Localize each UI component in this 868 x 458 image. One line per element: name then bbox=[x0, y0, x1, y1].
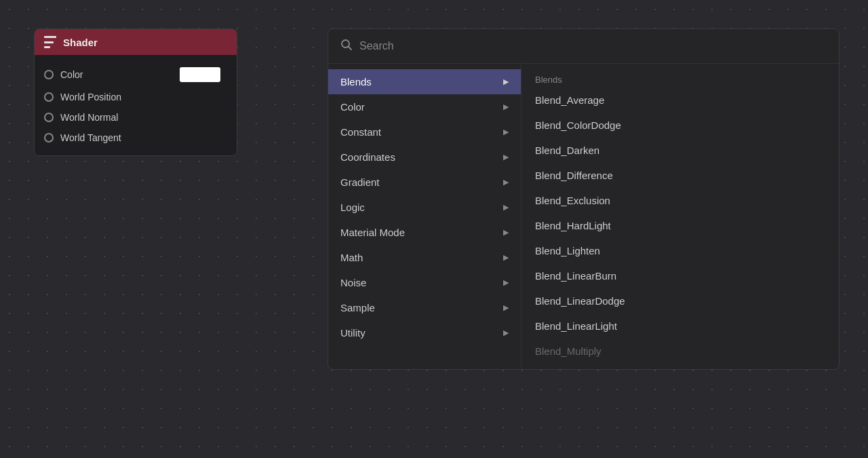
search-panel: Blends ▶ Color ▶ Constant ▶ Coordinates … bbox=[328, 28, 840, 370]
category-material-mode-label: Material Mode bbox=[340, 227, 405, 238]
list-item[interactable]: Blend_Multiply bbox=[521, 339, 839, 364]
shader-node-title: Shader bbox=[63, 37, 98, 48]
search-columns: Blends ▶ Color ▶ Constant ▶ Coordinates … bbox=[328, 64, 839, 369]
label-world-position: World Position bbox=[60, 92, 121, 102]
category-logic-label: Logic bbox=[340, 202, 365, 213]
shader-icon bbox=[44, 36, 56, 48]
category-sample-label: Sample bbox=[340, 302, 375, 313]
category-color[interactable]: Color ▶ bbox=[328, 94, 521, 119]
chevron-math-icon: ▶ bbox=[503, 253, 509, 262]
category-utility[interactable]: Utility ▶ bbox=[328, 320, 521, 345]
category-utility-label: Utility bbox=[340, 327, 366, 339]
category-gradient-label: Gradient bbox=[340, 176, 380, 188]
node-row-world-normal: World Normal bbox=[44, 108, 227, 127]
search-icon bbox=[340, 39, 353, 54]
category-blends-label: Blends bbox=[340, 76, 372, 88]
label-world-tangent: World Tangent bbox=[60, 132, 121, 143]
node-row-world-position: World Position bbox=[44, 88, 227, 107]
chevron-blends-icon: ▶ bbox=[503, 77, 509, 86]
category-constant-label: Constant bbox=[340, 126, 381, 138]
socket-world-position bbox=[44, 92, 54, 102]
chevron-noise-icon: ▶ bbox=[503, 278, 509, 287]
list-item[interactable]: Blend_Exclusion bbox=[521, 188, 839, 213]
list-item[interactable]: Blend_Lighten bbox=[521, 238, 839, 263]
socket-color bbox=[44, 70, 54, 79]
chevron-utility-icon: ▶ bbox=[503, 328, 509, 337]
shader-node-body: Color World Position World Normal World … bbox=[35, 55, 237, 155]
blend-section-header: Blends bbox=[521, 69, 839, 88]
category-math-label: Math bbox=[340, 252, 363, 263]
list-item[interactable]: Blend_LinearLight bbox=[521, 313, 839, 339]
category-logic[interactable]: Logic ▶ bbox=[328, 195, 521, 220]
chevron-constant-icon: ▶ bbox=[503, 128, 509, 136]
search-bar bbox=[328, 29, 839, 64]
list-item[interactable]: Blend_HardLight bbox=[521, 213, 839, 238]
chevron-sample-icon: ▶ bbox=[503, 303, 509, 312]
category-color-label: Color bbox=[340, 101, 365, 113]
node-row-color: Color bbox=[44, 63, 227, 86]
list-item[interactable]: Blend_LinearBurn bbox=[521, 263, 839, 288]
category-sample[interactable]: Sample ▶ bbox=[328, 295, 521, 320]
svg-line-1 bbox=[349, 47, 352, 50]
label-world-normal: World Normal bbox=[60, 112, 118, 123]
category-coordinates-label: Coordinates bbox=[340, 151, 395, 163]
list-item[interactable]: Blend_ColorDodge bbox=[521, 113, 839, 138]
category-blends[interactable]: Blends ▶ bbox=[328, 69, 521, 94]
category-constant[interactable]: Constant ▶ bbox=[328, 119, 521, 145]
category-coordinates[interactable]: Coordinates ▶ bbox=[328, 145, 521, 170]
socket-world-tangent bbox=[44, 133, 54, 142]
list-item[interactable]: Blend_LinearDodge bbox=[521, 288, 839, 313]
category-noise-label: Noise bbox=[340, 277, 366, 288]
category-noise[interactable]: Noise ▶ bbox=[328, 270, 521, 295]
list-item[interactable]: Blend_Average bbox=[521, 88, 839, 113]
chevron-gradient-icon: ▶ bbox=[503, 178, 509, 187]
color-swatch[interactable] bbox=[180, 67, 220, 82]
socket-world-normal bbox=[44, 113, 54, 122]
list-item[interactable]: Blend_Darken bbox=[521, 138, 839, 163]
shader-node-header: Shader bbox=[35, 29, 237, 55]
blend-items-column: Blends Blend_Average Blend_ColorDodge Bl… bbox=[521, 64, 839, 369]
shader-node: Shader Color World Position World Normal… bbox=[34, 28, 237, 156]
chevron-logic-icon: ▶ bbox=[503, 203, 509, 212]
list-item[interactable]: Blend_Difference bbox=[521, 163, 839, 188]
node-row-world-tangent: World Tangent bbox=[44, 128, 227, 147]
label-color: Color bbox=[60, 69, 83, 80]
search-input[interactable] bbox=[359, 40, 827, 52]
chevron-material-mode-icon: ▶ bbox=[503, 228, 509, 237]
category-gradient[interactable]: Gradient ▶ bbox=[328, 170, 521, 195]
categories-column: Blends ▶ Color ▶ Constant ▶ Coordinates … bbox=[328, 64, 521, 369]
chevron-coordinates-icon: ▶ bbox=[503, 153, 509, 161]
category-material-mode[interactable]: Material Mode ▶ bbox=[328, 220, 521, 245]
category-math[interactable]: Math ▶ bbox=[328, 245, 521, 270]
chevron-color-icon: ▶ bbox=[503, 102, 509, 111]
